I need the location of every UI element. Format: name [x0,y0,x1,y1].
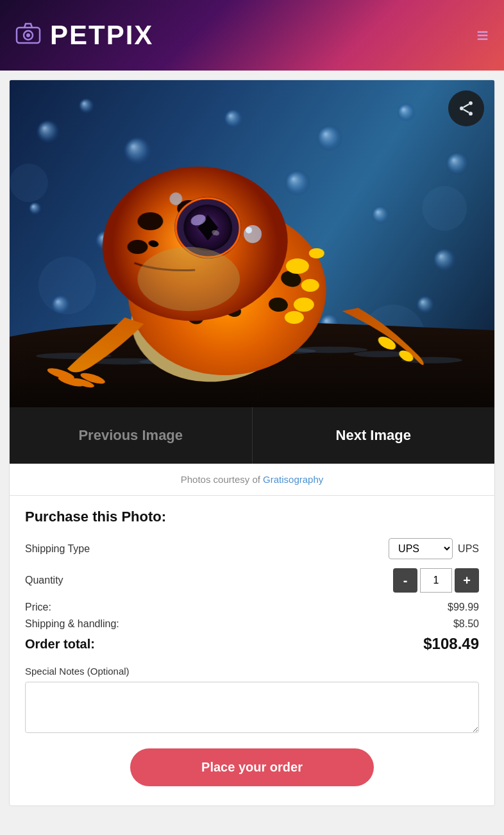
prev-image-button[interactable]: Previous Image [10,407,253,464]
logo-container: PETPIX [15,20,153,51]
hamburger-icon[interactable]: ≡ [476,25,489,46]
place-order-button[interactable]: Place your order [130,748,374,786]
order-total-label: Order total: [25,637,95,652]
total-row: Order total: $108.49 [25,635,479,653]
share-button[interactable] [448,90,484,126]
qty-plus-button[interactable]: + [455,568,479,593]
purchase-title: Purchase this Photo: [25,509,479,525]
credits-link[interactable]: Gratisography [263,474,323,485]
credits-prefix: Photos courtesy of [181,474,263,485]
credits: Photos courtesy of Gratisography [10,464,494,496]
shipping-handling-value: $8.50 [453,618,479,630]
logo-text: PETPIX [50,20,153,51]
price-row: Price: $99.99 [25,602,479,613]
purchase-section: Purchase this Photo: Shipping Type UPS F… [10,496,494,805]
svg-line-6 [464,104,469,107]
image-area [10,80,494,407]
main-container: Previous Image Next Image Photos courtes… [9,80,495,806]
notes-label: Special Notes (Optional) [25,666,479,677]
shipping-handling-label: Shipping & handling: [25,618,119,630]
shipping-label: Shipping Type [25,543,90,555]
shipping-handling-row: Shipping & handling: $8.50 [25,618,479,630]
header: PETPIX ≡ [0,0,504,71]
svg-point-4 [460,106,464,110]
price-label: Price: [25,602,51,613]
nav-buttons: Previous Image Next Image [10,407,494,464]
qty-input[interactable] [420,568,452,593]
svg-point-5 [469,112,473,115]
quantity-label: Quantity [25,575,63,586]
notes-textarea[interactable] [25,682,479,733]
quantity-row: Quantity - + [25,568,479,593]
frog-image [10,80,494,407]
camera-icon [15,21,41,50]
shipping-select[interactable]: UPS FedEx USPS [389,538,453,559]
qty-controls: - + [393,568,479,593]
shipping-select-wrapper: UPS FedEx USPS UPS [389,538,479,559]
next-image-button[interactable]: Next Image [253,407,495,464]
order-total-value: $108.49 [423,635,479,653]
svg-point-2 [26,33,30,37]
shipping-display: UPS [458,543,479,555]
price-value: $99.99 [448,602,479,613]
form-area: Shipping Type UPS FedEx USPS UPS Quantit… [25,538,479,786]
svg-line-7 [464,110,469,113]
shipping-row: Shipping Type UPS FedEx USPS UPS [25,538,479,559]
qty-minus-button[interactable]: - [393,568,417,593]
svg-point-3 [469,101,473,105]
